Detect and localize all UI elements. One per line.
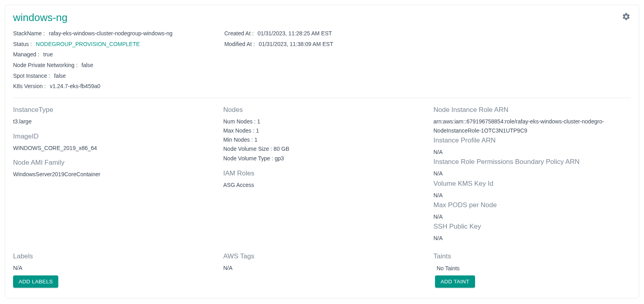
npn-label: Node Private Networking :: [13, 62, 78, 68]
ssh-value: N/A: [433, 234, 631, 242]
instancetype-heading: InstanceType: [13, 106, 211, 114]
irpb-value: N/A: [433, 169, 631, 178]
status-label: Status :: [13, 41, 32, 47]
max-nodes-value: 1: [256, 127, 259, 134]
meta-col-spacer: [435, 29, 631, 93]
stackname-label: StackName :: [13, 30, 45, 37]
managed-row: Managed : true: [13, 50, 209, 59]
min-nodes-label: Min Nodes: [223, 137, 255, 143]
taints-value: No Taints: [433, 264, 631, 273]
status-row: Status : NODEGROUP_PROVISION_COMPLETE: [13, 40, 209, 49]
volsize-label: Node Volume Size: [223, 146, 274, 152]
details-grid: InstanceType t3.large ImageID WINDOWS_CO…: [13, 106, 631, 288]
min-nodes-value: 1: [255, 137, 258, 143]
voltype-row: Node Volume Typegp3: [223, 154, 421, 163]
created-value: 01/31/2023, 11:28:25 AM EST: [258, 30, 332, 37]
imageid-value: WINDOWS_CORE_2019_x86_64: [13, 144, 211, 152]
taints-section: Taints No Taints ADD TAINT: [433, 252, 631, 288]
tags-section: AWS Tags N/A: [223, 252, 421, 288]
modified-value: 01/31/2023, 11:38:09 AM EST: [259, 41, 334, 47]
irpb-heading: Instance Role Permissions Boundary Polic…: [433, 158, 631, 166]
nodes-block: Num Nodes1 Max Nodes1 Min Nodes1 Node Vo…: [223, 117, 421, 163]
spot-row: Spot Instance : false: [13, 72, 209, 81]
labels-section: Labels N/A ADD LABELS: [13, 252, 211, 288]
npn-value: false: [82, 62, 94, 68]
amifamily-value: WindowsServer2019CoreContainer: [13, 170, 211, 179]
npn-row: Node Private Networking : false: [13, 61, 209, 70]
col-mid: Nodes Num Nodes1 Max Nodes1 Min Nodes1 N…: [223, 106, 421, 244]
ipa-value: N/A: [433, 148, 631, 156]
max-nodes-row: Max Nodes1: [223, 126, 421, 135]
meta-col-left: StackName : rafay-eks-windows-cluster-no…: [13, 29, 209, 93]
voltype-value: gp3: [275, 155, 284, 162]
k8s-row: K8s Version : v1.24.7-eks-fb459a0: [13, 82, 209, 91]
num-nodes-label: Num Nodes: [223, 118, 257, 125]
ipa-heading: Instance Profile ARN: [433, 137, 631, 144]
num-nodes-value: 1: [257, 118, 261, 125]
imageid-heading: ImageID: [13, 133, 211, 140]
tags-value: N/A: [223, 264, 421, 272]
nir-value: arn:aws:iam::679196758854:role/rafay-eks…: [433, 117, 631, 135]
amifamily-heading: Node AMI Family: [13, 159, 211, 167]
stackname-row: StackName : rafay-eks-windows-cluster-no…: [13, 29, 209, 38]
nir-heading: Node Instance Role ARN: [433, 106, 631, 114]
ssh-heading: SSH Public Key: [433, 223, 631, 231]
col-right: Node Instance Role ARN arn:aws:iam::6791…: [433, 106, 631, 244]
managed-label: Managed :: [13, 51, 39, 58]
volsize-row: Node Volume Size80 GB: [223, 144, 421, 154]
page-title: windows-ng: [13, 12, 631, 24]
nodes-heading: Nodes: [223, 106, 421, 114]
volsize-value: 80 GB: [274, 146, 289, 152]
iam-value: ASG Access: [223, 181, 421, 189]
taints-block: No Taints ADD TAINT: [433, 264, 631, 288]
num-nodes-row: Num Nodes1: [223, 117, 421, 126]
kms-heading: Volume KMS Key Id: [433, 180, 631, 188]
add-labels-button[interactable]: ADD LABELS: [13, 275, 58, 288]
created-label: Created At :: [224, 30, 254, 37]
modified-row: Modified At : 01/31/2023, 11:38:09 AM ES…: [224, 40, 420, 49]
stackname-value: rafay-eks-windows-cluster-nodegroup-wind…: [49, 30, 172, 37]
iam-heading: IAM Roles: [223, 169, 421, 177]
k8s-value: v1.24.7-eks-fb459a0: [50, 83, 100, 89]
tags-heading: AWS Tags: [223, 252, 421, 260]
labels-heading: Labels: [13, 252, 211, 260]
created-row: Created At : 01/31/2023, 11:28:25 AM EST: [224, 29, 420, 38]
settings-button[interactable]: [621, 12, 632, 23]
maxpods-value: N/A: [433, 212, 631, 221]
managed-value: true: [43, 51, 53, 58]
modified-label: Modified At :: [224, 41, 255, 47]
labels-value: N/A: [13, 264, 211, 272]
taints-heading: Taints: [433, 252, 631, 260]
spot-label: Spot Instance :: [13, 73, 50, 79]
add-taint-button[interactable]: ADD TAINT: [435, 275, 475, 288]
top-metadata: StackName : rafay-eks-windows-cluster-no…: [13, 29, 631, 98]
voltype-label: Node Volume Type: [223, 155, 275, 162]
nodegroup-card: windows-ng StackName : rafay-eks-windows…: [5, 5, 639, 298]
meta-col-right: Created At : 01/31/2023, 11:28:25 AM EST…: [224, 29, 420, 93]
max-nodes-label: Max Nodes: [223, 127, 256, 134]
gear-icon: [622, 12, 631, 22]
maxpods-heading: Max PODS per Node: [433, 201, 631, 209]
status-value: NODEGROUP_PROVISION_COMPLETE: [36, 41, 140, 47]
col-left: InstanceType t3.large ImageID WINDOWS_CO…: [13, 106, 211, 244]
k8s-label: K8s Version :: [13, 83, 46, 89]
spot-value: false: [54, 73, 66, 79]
kms-value: N/A: [433, 191, 631, 200]
min-nodes-row: Min Nodes1: [223, 135, 421, 144]
instancetype-value: t3.large: [13, 117, 211, 126]
